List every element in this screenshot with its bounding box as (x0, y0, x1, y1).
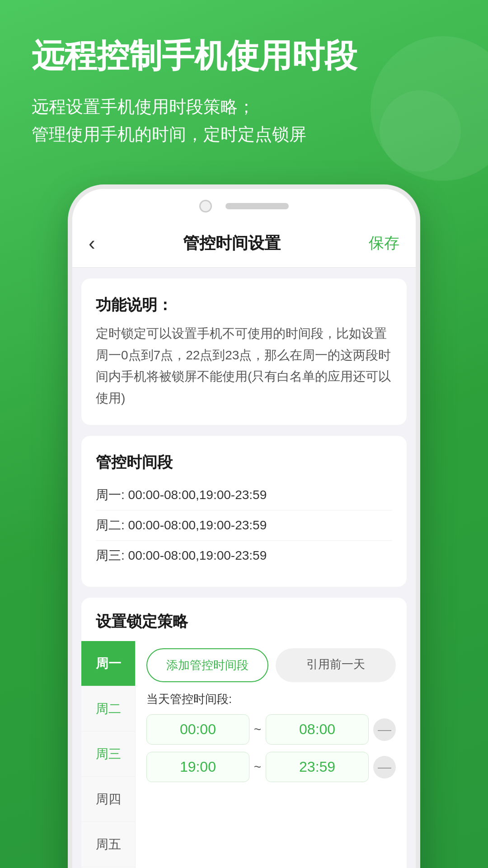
day-item-周四[interactable]: 周四 (81, 777, 135, 822)
day-sidebar: 周一周二周三周四周五周六 (81, 641, 136, 868)
time-list-item: 周三: 00:00-08:00,19:00-23:59 (96, 541, 392, 571)
strategy-card: 设置锁定策略 周一周二周三周四周五周六 添加管控时间段 引用前一天 当天管控时间… (81, 598, 407, 868)
phone-top-bar (72, 189, 416, 220)
time-panel: 添加管控时间段 引用前一天 当天管控时间段: 00:00~08:00—19:00… (136, 641, 407, 868)
back-button[interactable]: ‹ (89, 233, 95, 253)
feature-card-desc: 定时锁定可以设置手机不可使用的时间段，比如设置周一0点到7点，22点到23点，那… (96, 323, 392, 409)
time-range-row: 19:00~23:59— (146, 752, 396, 782)
control-times-list: 周一: 00:00-08:00,19:00-23:59周二: 00:00-08:… (96, 480, 392, 571)
day-item-周二[interactable]: 周二 (81, 686, 135, 731)
hero-desc-line2: 管理使用手机的时间，定时定点锁屏 (32, 121, 456, 148)
remove-time-button[interactable]: — (373, 718, 396, 741)
phone-speaker (225, 203, 289, 209)
control-times-title: 管控时间段 (96, 452, 392, 473)
phone-mockup: ‹ 管控时间设置 保存 功能说明： 定时锁定可以设置手机不可使用的时间段，比如设… (68, 184, 420, 868)
time-ranges-list: 00:00~08:00—19:00~23:59— (146, 714, 396, 782)
day-item-周五[interactable]: 周五 (81, 822, 135, 867)
hero-title: 远程控制手机使用时段 (32, 36, 456, 75)
time-range-row: 00:00~08:00— (146, 714, 396, 745)
day-label: 当天管控时间段: (146, 691, 396, 707)
time-list-item: 周一: 00:00-08:00,19:00-23:59 (96, 480, 392, 510)
add-time-button[interactable]: 添加管控时间段 (146, 648, 268, 682)
time-end-picker[interactable]: 08:00 (266, 714, 369, 745)
hero-desc: 远程设置手机使用时段策略； 管理使用手机的时间，定时定点锁屏 (32, 93, 456, 148)
remove-time-button[interactable]: — (373, 756, 396, 778)
navbar-title: 管控时间设置 (183, 232, 281, 255)
time-separator: ~ (254, 722, 261, 737)
save-button[interactable]: 保存 (369, 233, 399, 254)
time-panel-actions: 添加管控时间段 引用前一天 (146, 648, 396, 682)
feature-card: 功能说明： 定时锁定可以设置手机不可使用的时间段，比如设置周一0点到7点，22点… (81, 278, 407, 425)
control-times-card: 管控时间段 周一: 00:00-08:00,19:00-23:59周二: 00:… (81, 436, 407, 587)
hero-desc-line1: 远程设置手机使用时段策略； (32, 93, 456, 121)
hero-section: 远程控制手机使用时段 远程设置手机使用时段策略； 管理使用手机的时间，定时定点锁… (0, 0, 488, 171)
strategy-body: 周一周二周三周四周五周六 添加管控时间段 引用前一天 当天管控时间段: 00:0… (81, 641, 407, 868)
background: 远程控制手机使用时段 远程设置手机使用时段策略； 管理使用手机的时间，定时定点锁… (0, 0, 488, 868)
time-list-item: 周二: 00:00-08:00,19:00-23:59 (96, 510, 392, 541)
day-item-周一[interactable]: 周一 (81, 641, 135, 686)
feature-card-title: 功能说明： (96, 295, 392, 316)
time-separator: ~ (254, 760, 261, 774)
strategy-title: 设置锁定策略 (81, 598, 407, 641)
app-screen: ‹ 管控时间设置 保存 功能说明： 定时锁定可以设置手机不可使用的时间段，比如设… (72, 220, 416, 868)
day-item-周三[interactable]: 周三 (81, 731, 135, 777)
time-end-picker[interactable]: 23:59 (266, 752, 369, 782)
app-navbar: ‹ 管控时间设置 保存 (72, 220, 416, 268)
time-start-picker[interactable]: 00:00 (146, 714, 249, 745)
copy-prev-button[interactable]: 引用前一天 (276, 648, 396, 682)
time-start-picker[interactable]: 19:00 (146, 752, 249, 782)
phone-camera (199, 200, 212, 212)
